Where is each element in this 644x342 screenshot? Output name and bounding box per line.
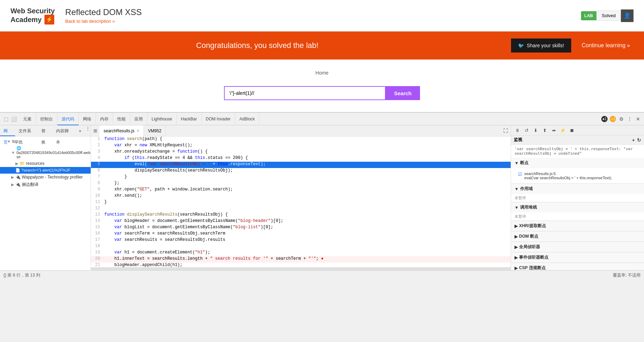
user-icon-button[interactable]: 👤 [621, 9, 634, 22]
expand-panel-icon[interactable]: ⊞ [91, 128, 99, 133]
tree-label-search-file: 📄 ?search=\"}-alert(1)%2F%2F [15, 168, 70, 173]
logo: Web Security Academy ⚡ [10, 7, 55, 25]
expand-scope-icon: ▼ [514, 187, 519, 191]
tree-item-wappalyzer[interactable]: ▶ 🔌 Wappalyzer - Technology profiler [0, 174, 91, 181]
expand-events-icon: ▶ [514, 255, 518, 260]
continue-learning-link[interactable]: Continue learning » [582, 42, 630, 49]
tree-item-resources[interactable]: ▶ 📁 resources [0, 160, 91, 167]
tree-item-domain[interactable]: ▼ 🌐 0a26007204819349c01d14eb005c00ff.web… [0, 145, 91, 160]
home-nav[interactable]: Home [315, 70, 328, 76]
more-icon[interactable]: ⋮ [626, 116, 633, 122]
file-tab-webpage[interactable]: 网页 [0, 125, 15, 136]
tree-label-domain: 🌐 0a26007204819349c01d14eb005c00ff.web-s… [16, 146, 91, 159]
event-listeners-section: ▶ 事件侦听器断点 [511, 252, 644, 263]
call-stack-section: ▼ 调用堆栈 未暂停 [511, 202, 644, 221]
file-tab-content-script[interactable]: 内容脚本 [52, 125, 75, 136]
solved-button[interactable]: Solved [596, 11, 621, 21]
tab-console[interactable]: 控制台 [36, 113, 57, 125]
breakpoint-checkbox[interactable]: ☑ [518, 172, 522, 177]
close-icon[interactable]: ✕ [635, 116, 641, 122]
tab-hackbar[interactable]: HackBar [177, 113, 202, 125]
code-tab-vm952[interactable]: VM952 [144, 125, 166, 137]
code-line-10: 10 xhr.send(); [91, 193, 511, 200]
xhr-section: ▶ XHR/提取断点 [511, 221, 644, 231]
code-panel-right-icons: ⛶ [503, 128, 511, 133]
stop-icon[interactable]: ⏹ [568, 127, 575, 134]
close-tab-icon[interactable]: ✕ [136, 125, 139, 137]
code-scrollbar[interactable] [91, 267, 511, 270]
breakpoints-header[interactable]: ▼ 断点 [511, 158, 644, 168]
tab-adblock[interactable]: AdBlock [235, 113, 259, 125]
settings-icon[interactable]: ⚙ [618, 116, 624, 122]
code-area[interactable]: 1function search(path) { 2 var xhr = new… [91, 137, 511, 267]
code-tab-label: searchResults.js [104, 125, 134, 137]
status-right: 覆盖率: 不适用 [613, 272, 640, 278]
csp-header[interactable]: ▶ CSP 违规断点 [511, 263, 644, 270]
step-icon[interactable]: ➡ [550, 127, 557, 134]
code-line-7: 7 } [91, 174, 511, 181]
code-tab-searchresults[interactable]: searchResults.js ✕ [99, 125, 144, 137]
breakpoint-details: searchResults.js:5 eval('var searchResul… [524, 172, 612, 180]
event-listeners-header[interactable]: ▶ 事件侦听器断点 [511, 252, 644, 263]
file-tab-more[interactable]: » [75, 125, 85, 136]
expand-icon: ▼ [7, 139, 11, 144]
dom-breakpoints-header[interactable]: ▶ DOM 断点 [511, 231, 644, 242]
step-out-icon[interactable]: ⬆ [541, 127, 548, 134]
breakpoints-section: ▼ 断点 ☑ searchResults.js:5 eval('var sear… [511, 158, 644, 184]
tab-dom-invader[interactable]: DOM Invader [202, 113, 235, 125]
pause-icon[interactable]: ⏸ [514, 127, 521, 134]
user-icon: 👤 [624, 12, 631, 19]
tab-sources[interactable]: 源代码 [57, 113, 79, 125]
code-tab-vm-label: VM952 [148, 125, 161, 137]
code-line-14: 14 var blogHeader = document.getElements… [91, 218, 511, 225]
tab-elements[interactable]: 元素 [19, 113, 36, 125]
code-line-2: 2 var xhr = new XMLHttpRequest(); [91, 143, 511, 149]
tab-network[interactable]: 网络 [79, 113, 96, 125]
scope-header[interactable]: ▼ 作用域 [511, 184, 644, 194]
search-button[interactable]: Search [386, 86, 420, 100]
deactivate-icon[interactable]: ⚡ [559, 127, 566, 134]
share-skills-button[interactable]: 🐦 Share your skills! [511, 39, 571, 53]
tree-label-top: top [12, 139, 18, 144]
code-line-11: 11} [91, 200, 511, 206]
tab-lighthouse[interactable]: Lighthouse [147, 113, 177, 125]
call-stack-header[interactable]: ▼ 调用堆栈 [511, 202, 644, 212]
status-left: {} 第 6 行，第 13 列 [4, 272, 40, 278]
devtools-tabs: 元素 控制台 源代码 网络 内存 性能 应用 Lighthouse HackBa… [19, 113, 599, 125]
code-line-15: 15 var blogList = document.getElementsBy… [91, 225, 511, 231]
lab-info: Reflected DOM XSS Back to lab descriptio… [65, 7, 581, 24]
file-tab-replace[interactable]: 替换 [38, 125, 53, 136]
inspect-icon[interactable]: ⬜ [10, 116, 17, 122]
tree-label-wappalyzer: 🔌 Wappalyzer - Technology profiler [15, 175, 83, 180]
code-line-16: 16 var searchTerm = searchResultsObj.sea… [91, 231, 511, 237]
tab-application[interactable]: 应用 [130, 113, 147, 125]
tree-item-search-file[interactable]: 📄 ?search=\"}-alert(1)%2F%2F [0, 167, 91, 174]
xhr-header[interactable]: ▶ XHR/提取断点 [511, 221, 644, 231]
search-input[interactable] [224, 86, 386, 100]
logo-line2: Academy [10, 16, 42, 23]
expand-dom-icon: ▶ [514, 234, 518, 239]
step-into-icon[interactable]: ⬇ [532, 127, 539, 134]
watch-title: 监视 [514, 137, 522, 143]
file-tab-filesystem[interactable]: 文件系统 [15, 125, 38, 136]
global-listeners-header[interactable]: ▶ 全局侦听器 [511, 242, 644, 252]
step-over-icon[interactable]: ↺ [523, 127, 530, 134]
logo-line1: Web Security [10, 7, 55, 15]
code-line-21: 21 blogHeader.appendChild(h1); [91, 263, 511, 267]
breakpoint-file: searchResults.js:5 [524, 172, 612, 176]
tab-memory[interactable]: 内存 [96, 113, 113, 125]
tab-performance[interactable]: 性能 [113, 113, 130, 125]
warning-badge: ⚠1 [610, 116, 616, 122]
back-to-lab-link[interactable]: Back to lab description » [65, 19, 581, 24]
maximize-icon[interactable]: ⛶ [503, 128, 508, 133]
code-line-1: 1function search(path) { [91, 137, 511, 143]
tree-item-translate[interactable]: ▶ 🔌 侧边翻译 [0, 181, 91, 189]
tree-label-translate: 🔌 侧边翻译 [15, 182, 38, 188]
expand-global-icon: ▶ [514, 245, 518, 250]
file-tree-more-icon[interactable]: ⋮ [85, 125, 91, 132]
expand-icon-domain: ▼ [11, 151, 15, 155]
code-line-12: 12 [91, 206, 511, 212]
refresh-watch-icon[interactable]: ↻ [637, 137, 641, 143]
add-watch-icon[interactable]: + [632, 137, 635, 143]
cursor-icon[interactable]: ⬚ [3, 116, 9, 122]
